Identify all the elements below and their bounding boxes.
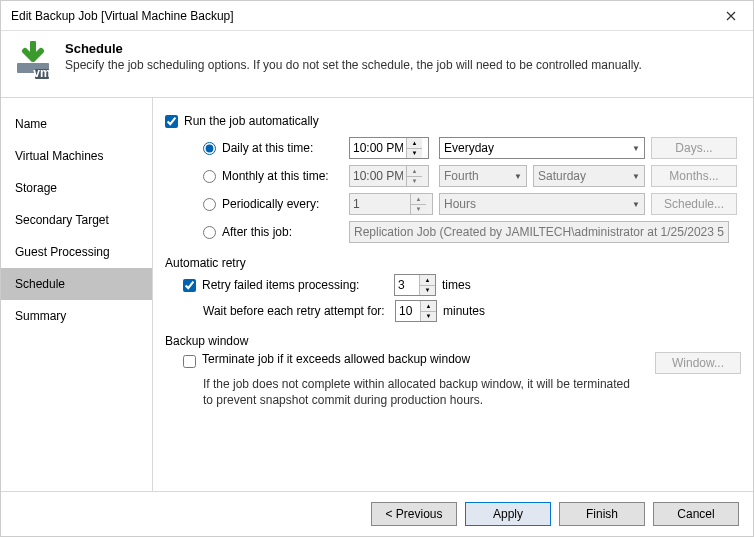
automatic-retry-section: Automatic retry	[165, 256, 741, 270]
periodic-radio[interactable]	[203, 198, 216, 211]
apply-button[interactable]: Apply	[465, 502, 551, 526]
monthly-radio[interactable]	[203, 170, 216, 183]
chevron-down-icon[interactable]: ▼	[406, 149, 422, 159]
periodic-value-field: ▲▼	[349, 193, 433, 215]
wizard-footer: < Previous Apply Finish Cancel	[1, 491, 753, 536]
monthly-label: Monthly at this time:	[222, 169, 329, 183]
finish-button[interactable]: Finish	[559, 502, 645, 526]
monthly-time-field: ▲▼	[349, 165, 429, 187]
sidebar-item-virtual-machines[interactable]: Virtual Machines	[1, 140, 152, 172]
after-job-combo: Replication Job (Created by JAMILTECH\ad…	[349, 221, 729, 243]
page-title: Schedule	[65, 41, 642, 56]
previous-button[interactable]: < Previous	[371, 502, 457, 526]
periodic-unit-value: Hours	[444, 197, 476, 211]
close-icon	[726, 11, 736, 21]
daily-time-input[interactable]	[350, 138, 406, 158]
monthly-ordinal-combo: Fourth ▼	[439, 165, 527, 187]
terminate-checkbox[interactable]	[183, 355, 196, 368]
chevron-down-icon: ▼	[514, 172, 522, 181]
chevron-up-icon[interactable]: ▲	[406, 138, 422, 149]
daily-time-field[interactable]: ▲▼	[349, 137, 429, 159]
sidebar-item-summary[interactable]: Summary	[1, 300, 152, 332]
retry-count-spinner[interactable]: ▲▼	[419, 275, 435, 295]
content-panel: Run the job automatically Daily at this …	[153, 98, 753, 491]
close-button[interactable]	[708, 1, 753, 31]
page-description: Specify the job scheduling options. If y…	[65, 58, 642, 72]
wait-value-spinner[interactable]: ▲▼	[420, 301, 436, 321]
sidebar-item-guest-processing[interactable]: Guest Processing	[1, 236, 152, 268]
sidebar-item-storage[interactable]: Storage	[1, 172, 152, 204]
wait-value-field[interactable]: ▲▼	[395, 300, 437, 322]
monthly-day-combo: Saturday ▼	[533, 165, 645, 187]
window-title: Edit Backup Job [Virtual Machine Backup]	[11, 9, 234, 23]
after-job-radio[interactable]	[203, 226, 216, 239]
schedule-button: Schedule...	[651, 193, 737, 215]
schedule-vm-icon: vm	[13, 41, 53, 81]
chevron-down-icon: ▼	[632, 200, 640, 209]
daily-scope-combo[interactable]: Everyday ▼	[439, 137, 645, 159]
daily-scope-value: Everyday	[444, 141, 494, 155]
backup-window-section: Backup window	[165, 334, 741, 348]
retry-checkbox[interactable]	[183, 279, 196, 292]
after-job-label: After this job:	[222, 225, 292, 239]
wait-minutes-label: minutes	[443, 304, 485, 318]
monthly-ordinal-value: Fourth	[444, 169, 479, 183]
wait-label: Wait before each retry attempt for:	[203, 304, 389, 318]
retry-label: Retry failed items processing:	[202, 278, 388, 292]
run-automatically-checkbox[interactable]	[165, 115, 178, 128]
terminate-label: Terminate job if it exceeds allowed back…	[202, 352, 512, 366]
backup-window-description: If the job does not complete within allo…	[203, 376, 633, 408]
wizard-header: vm Schedule Specify the job scheduling o…	[1, 31, 753, 98]
run-automatically-label: Run the job automatically	[184, 114, 319, 128]
monthly-day-value: Saturday	[538, 169, 586, 183]
svg-text:vm: vm	[33, 66, 50, 80]
periodic-spinner: ▲▼	[410, 194, 426, 214]
monthly-time-spinner: ▲▼	[406, 166, 422, 186]
chevron-down-icon: ▼	[632, 144, 640, 153]
daily-radio[interactable]	[203, 142, 216, 155]
retry-count-field[interactable]: ▲▼	[394, 274, 436, 296]
monthly-time-input	[350, 166, 406, 186]
months-button: Months...	[651, 165, 737, 187]
periodic-label: Periodically every:	[222, 197, 319, 211]
days-button[interactable]: Days...	[651, 137, 737, 159]
daily-time-spinner[interactable]: ▲▼	[406, 138, 422, 158]
daily-label: Daily at this time:	[222, 141, 313, 155]
retry-times-label: times	[442, 278, 471, 292]
sidebar-item-name[interactable]: Name	[1, 108, 152, 140]
retry-count-input[interactable]	[395, 275, 419, 295]
periodic-value-input	[350, 194, 410, 214]
chevron-down-icon: ▼	[632, 172, 640, 181]
wait-value-input[interactable]	[396, 301, 420, 321]
sidebar-item-schedule[interactable]: Schedule	[1, 268, 152, 300]
titlebar: Edit Backup Job [Virtual Machine Backup]	[1, 1, 753, 31]
periodic-unit-combo: Hours ▼	[439, 193, 645, 215]
cancel-button[interactable]: Cancel	[653, 502, 739, 526]
window-button: Window...	[655, 352, 741, 374]
after-job-value: Replication Job (Created by JAMILTECH\ad…	[354, 225, 724, 239]
wizard-sidebar: Name Virtual Machines Storage Secondary …	[1, 98, 153, 491]
sidebar-item-secondary-target[interactable]: Secondary Target	[1, 204, 152, 236]
